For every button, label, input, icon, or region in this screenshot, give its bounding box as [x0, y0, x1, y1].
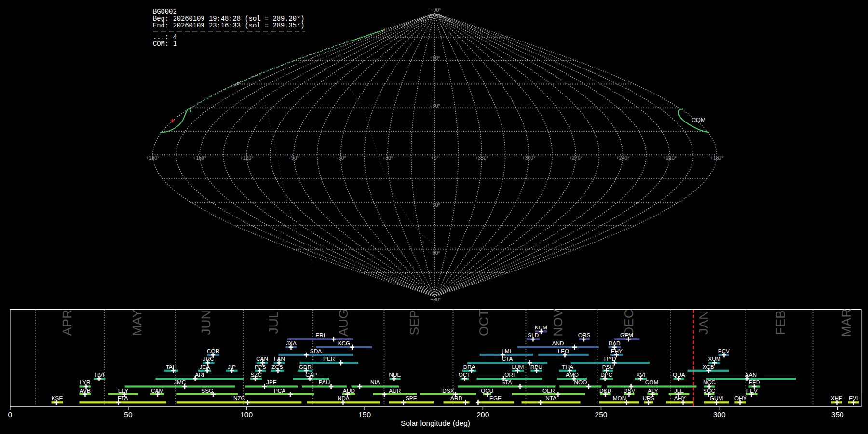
svg-text:EVI: EVI — [849, 395, 858, 402]
svg-text:AHY: AHY — [674, 395, 686, 402]
svg-text:STA: STA — [501, 379, 512, 386]
svg-text:End: 20260109 23:16:33 (sol =: End: 20260109 23:16:33 (sol = 289.35°) — [153, 22, 305, 29]
svg-text:NOO: NOO — [574, 379, 587, 386]
svg-text:...: 4: ...: 4 — [153, 34, 177, 41]
svg-text:XVI: XVI — [636, 371, 645, 378]
svg-text:CTA: CTA — [502, 355, 513, 362]
svg-text:PSU: PSU — [602, 364, 614, 370]
svg-text:+150°: +150° — [193, 155, 206, 161]
svg-text:250: 250 — [595, 410, 608, 419]
svg-text:NIA: NIA — [370, 379, 380, 386]
svg-text:150: 150 — [358, 410, 371, 419]
svg-text:300: 300 — [713, 410, 726, 419]
svg-text:QUA: QUA — [673, 371, 685, 378]
svg-text:THA: THA — [562, 364, 573, 370]
svg-text:AVB: AVB — [80, 387, 91, 394]
svg-text:KSE: KSE — [52, 395, 63, 402]
svg-text:PCA: PCA — [274, 387, 285, 394]
svg-text:350: 350 — [831, 410, 844, 419]
svg-text:OHY: OHY — [734, 395, 747, 402]
svg-text:ZCS: ZCS — [271, 364, 283, 370]
svg-text:+0°: +0° — [431, 155, 438, 161]
svg-text:+120°: +120° — [240, 155, 254, 161]
svg-text:FTA: FTA — [118, 395, 128, 402]
svg-text:−90°: −90° — [430, 297, 441, 302]
svg-text:AND: AND — [552, 340, 564, 347]
svg-text:+300°: +300° — [522, 155, 536, 161]
svg-text:ECV: ECV — [718, 348, 730, 354]
svg-text:Beg: 20260109 19:48:28 (sol =: Beg: 20260109 19:48:28 (sol = 289.20°) — [153, 15, 305, 23]
svg-text:NTA: NTA — [545, 395, 556, 402]
svg-text:SLD: SLD — [528, 332, 539, 339]
svg-text:KCG: KCG — [338, 340, 351, 347]
svg-text:OCT: OCT — [459, 371, 471, 378]
svg-text:DRA: DRA — [463, 364, 475, 370]
svg-text:TAH: TAH — [166, 364, 177, 370]
svg-text:XHE: XHE — [831, 395, 842, 402]
svg-text:+210°: +210° — [663, 155, 677, 161]
svg-text:AUR: AUR — [389, 387, 401, 394]
svg-text:JIP: JIP — [228, 364, 236, 370]
svg-text:JUL: JUL — [266, 311, 281, 334]
svg-text:FAN: FAN — [274, 355, 285, 362]
svg-text:BG0002: BG0002 — [153, 8, 177, 15]
svg-text:+60°: +60° — [429, 55, 440, 61]
svg-text:COM: 1: COM: 1 — [153, 41, 177, 48]
svg-text:SEP: SEP — [407, 310, 421, 335]
svg-text:COR: COR — [207, 348, 219, 354]
svg-text:XCB: XCB — [703, 364, 714, 370]
svg-text:EHY: EHY — [611, 348, 623, 354]
svg-text:ORI: ORI — [504, 371, 515, 378]
svg-text:LUM: LUM — [512, 364, 524, 370]
svg-text:100: 100 — [240, 410, 253, 419]
svg-text:NZC: NZC — [233, 395, 245, 402]
svg-text:+30°: +30° — [382, 155, 393, 161]
svg-text:FEV: FEV — [746, 387, 758, 394]
svg-text:HVI: HVI — [95, 371, 105, 378]
svg-text:GUM: GUM — [710, 395, 723, 402]
svg-text:LMI: LMI — [502, 348, 511, 354]
svg-text:0: 0 — [8, 410, 12, 419]
svg-text:MAR: MAR — [839, 309, 854, 337]
svg-text:Solar longitude (deg): Solar longitude (deg) — [401, 419, 470, 427]
svg-text:−30°: −30° — [429, 202, 440, 208]
svg-text:HYD: HYD — [604, 355, 616, 362]
svg-text:50: 50 — [124, 410, 133, 419]
svg-text:AMO: AMO — [566, 371, 579, 378]
svg-text:+180°: +180° — [146, 155, 160, 161]
svg-text:OCU: OCU — [481, 387, 493, 394]
svg-text:GEM: GEM — [620, 332, 633, 339]
svg-text:+30°: +30° — [429, 103, 440, 108]
svg-text:JUN: JUN — [199, 310, 213, 335]
svg-text:SDA: SDA — [310, 348, 322, 354]
svg-text:ERI: ERI — [315, 332, 325, 339]
svg-text:CAM: CAM — [151, 387, 163, 394]
svg-text:+90°: +90° — [288, 155, 299, 161]
svg-text:PAU: PAU — [319, 379, 330, 386]
svg-text:KUM: KUM — [535, 324, 547, 331]
svg-text:JAN: JAN — [696, 311, 711, 335]
svg-text:DSX: DSX — [442, 387, 454, 394]
svg-text:+60°: +60° — [335, 155, 346, 161]
svg-text:JPE: JPE — [266, 379, 277, 386]
svg-text:PPS: PPS — [255, 364, 266, 370]
svg-text:FED: FED — [749, 379, 760, 386]
svg-text:+330°: +330° — [475, 155, 488, 161]
svg-text:AAN: AAN — [745, 371, 757, 378]
svg-text:LYR: LYR — [80, 379, 90, 386]
svg-text:NUE: NUE — [389, 371, 401, 378]
svg-text:JXA: JXA — [286, 340, 297, 347]
svg-text:+240°: +240° — [616, 155, 630, 161]
svg-text:NOV: NOV — [551, 309, 565, 337]
svg-text:OER: OER — [542, 387, 555, 394]
svg-text:ORS: ORS — [578, 332, 591, 339]
svg-text:DAD: DAD — [609, 340, 621, 347]
svg-text:+270°: +270° — [569, 155, 583, 161]
svg-text:+90°: +90° — [430, 7, 441, 13]
svg-text:OCT: OCT — [476, 309, 491, 336]
svg-text:AUD: AUD — [343, 387, 355, 394]
svg-text:SSG: SSG — [201, 387, 213, 394]
svg-text:NCC: NCC — [703, 379, 716, 386]
svg-text:ELY: ELY — [118, 387, 129, 394]
svg-text:CAP: CAP — [305, 371, 317, 378]
